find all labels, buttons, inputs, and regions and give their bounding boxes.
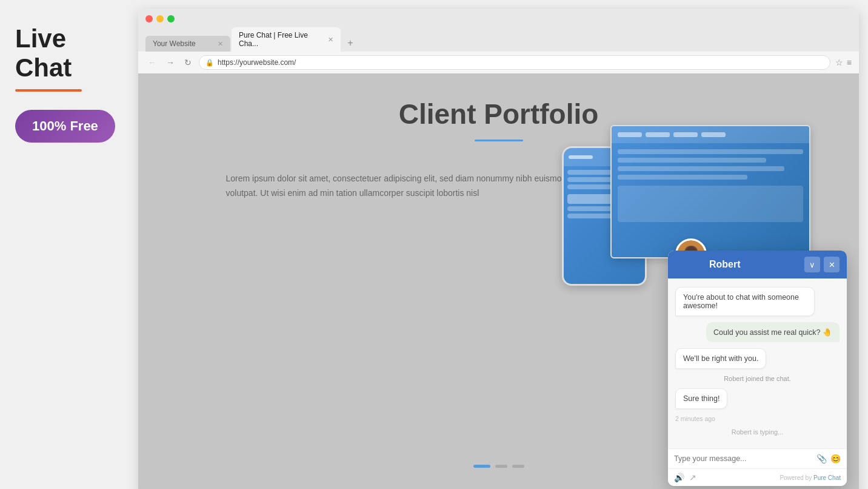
- chat-message-2: Could you assist me real quick? 🤚: [706, 322, 840, 342]
- chat-message-1: You're about to chat with someone awesom…: [675, 287, 815, 316]
- desktop-body: [612, 143, 809, 228]
- browser-tabs: Your Website ✕ Pure Chat | Free Live Cha…: [145, 27, 852, 52]
- window-controls: [145, 15, 852, 22]
- bookmark-icon[interactable]: ☆: [835, 58, 843, 67]
- chat-input[interactable]: [674, 454, 813, 463]
- free-badge: 100% Free: [15, 110, 115, 143]
- chat-header-buttons: ∨ ✕: [804, 257, 840, 272]
- external-link-icon[interactable]: ↗: [689, 473, 696, 482]
- page-dot-1[interactable]: [473, 465, 490, 468]
- desktop-header: [612, 126, 809, 143]
- chat-messages: You're about to chat with someone awesom…: [668, 278, 847, 448]
- tab-label-active: Pure Chat | Free Live Cha...: [239, 31, 324, 48]
- chat-widget: 👨 Robert ∨ ✕ You're about to chat with s…: [668, 251, 847, 486]
- address-bar: ← → ↻ 🔒 https://yourwebsite.com/ ☆ ≡: [138, 52, 859, 73]
- chat-close-button[interactable]: ✕: [824, 257, 840, 272]
- ssl-icon: 🔒: [205, 59, 214, 67]
- typing-indicator: Robert is typing...: [675, 428, 840, 436]
- chat-minimize-button[interactable]: ∨: [804, 257, 820, 272]
- sidebar: Live Chat 100% Free: [0, 0, 138, 489]
- browser-chrome: Your Website ✕ Pure Chat | Free Live Cha…: [138, 9, 859, 52]
- browser-content: Client Portfolio Lorem ipsum dolor sit a…: [138, 73, 859, 489]
- website-page: Client Portfolio Lorem ipsum dolor sit a…: [138, 73, 859, 489]
- tab-label: Your Website: [153, 39, 196, 48]
- pagination-dots[interactable]: [473, 465, 524, 468]
- powered-by-text: Powered by Pure Chat: [780, 474, 841, 481]
- maximize-window-dot[interactable]: [167, 15, 175, 22]
- pure-chat-link[interactable]: Pure Chat: [813, 474, 841, 481]
- close-window-dot[interactable]: [145, 15, 153, 22]
- chat-header: Robert ∨ ✕: [668, 251, 847, 278]
- nav-right-controls: ☆ ≡: [835, 58, 852, 67]
- agent-name: Robert: [709, 259, 741, 270]
- mock-desktop-screenshot: [610, 125, 810, 258]
- url-bar[interactable]: 🔒 https://yourwebsite.com/: [199, 55, 830, 70]
- page-dot-2[interactable]: [495, 465, 507, 468]
- page-dot-3[interactable]: [512, 465, 524, 468]
- url-text: https://yourwebsite.com/: [218, 58, 296, 67]
- sound-icon[interactable]: 🔊: [674, 473, 684, 482]
- new-tab-button[interactable]: +: [342, 35, 359, 52]
- chat-timestamp: 2 minutes ago: [675, 415, 840, 422]
- tab-pure-chat[interactable]: Pure Chat | Free Live Cha... ✕: [232, 27, 341, 52]
- minimize-window-dot[interactable]: [156, 15, 164, 22]
- chat-message-4: Sure thing!: [675, 388, 727, 409]
- forward-button[interactable]: →: [164, 56, 177, 69]
- chat-message-3: We'll be right with you.: [675, 348, 766, 369]
- chat-input-area[interactable]: 📎 😊: [668, 448, 847, 468]
- live-chat-title: Live Chat: [15, 24, 123, 83]
- portfolio-title: Client Portfolio: [399, 98, 599, 130]
- back-button[interactable]: ←: [145, 56, 159, 69]
- chat-footer: 🔊 ↗ Powered by Pure Chat: [668, 468, 847, 486]
- chat-footer-left: 🔊 ↗: [674, 473, 696, 482]
- tab-your-website[interactable]: Your Website ✕: [145, 36, 230, 52]
- tab-close-active-icon[interactable]: ✕: [328, 36, 333, 44]
- orange-divider: [15, 89, 82, 92]
- browser-window: Your Website ✕ Pure Chat | Free Live Cha…: [138, 9, 859, 489]
- refresh-button[interactable]: ↻: [182, 56, 194, 69]
- chat-system-message: Robert joined the chat.: [675, 375, 840, 382]
- portfolio-underline: [475, 140, 523, 141]
- browser-menu-icon[interactable]: ≡: [847, 58, 852, 67]
- emoji-icon[interactable]: 😊: [830, 454, 841, 464]
- tab-close-icon[interactable]: ✕: [218, 40, 223, 48]
- attachment-icon[interactable]: 📎: [816, 454, 827, 464]
